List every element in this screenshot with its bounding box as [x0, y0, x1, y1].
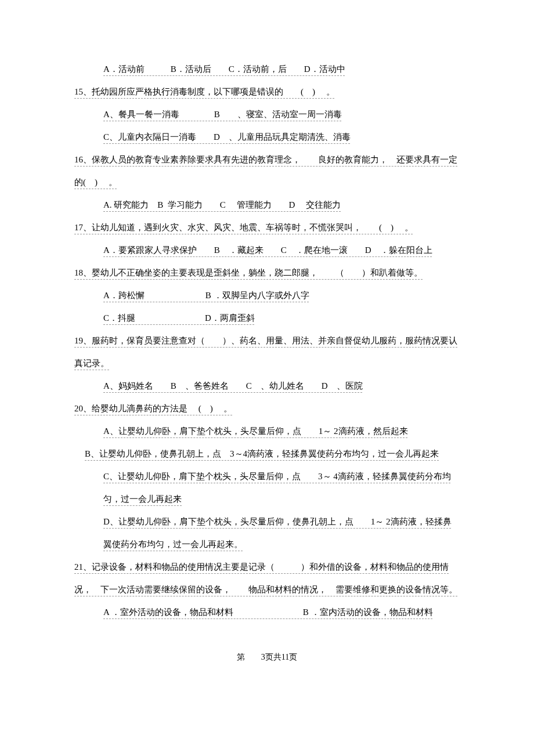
q20-text: 20、给婴幼儿滴鼻药的方法是 ( ) 。 [74, 397, 460, 420]
q18-option-row-1: A．跨松懈 B ．双脚呈内八字或外八字 [74, 284, 460, 307]
q16-options: A. 研究能力 B 学习能力 C 管理能力 D 交往能力 [74, 194, 460, 216]
q19-options: A、妈妈姓名 B 、爸爸姓名 C 、幼儿姓名 D 、医院 [74, 375, 460, 397]
q20-option-c: C、让婴幼儿仰卧，肩下垫个枕头，头尽量后仰，点 3～ 4滴药液，轻揉鼻翼使药分布… [74, 465, 460, 511]
q15-option-row-2: C、儿童内衣隔日一消毒 D 、儿童用品玩具定期清洗、消毒 [74, 126, 460, 149]
q20-option-a: A、让婴幼儿仰卧，肩下垫个枕头，头尽量后仰，点 1～ 2滴药液，然后起来 [74, 420, 460, 443]
q18-option-row-2: C．抖腿 D．两肩歪斜 [74, 307, 460, 330]
q18-text: 18、婴幼儿不正确坐姿的主要表现是歪斜坐，躺坐，跷二郎腿， （ ）和趴着做等。 [74, 262, 460, 284]
q17-options: A．要紧跟家人寻求保护 B ．藏起来 C ．爬在地一滚 D ．躲在阳台上 [74, 239, 460, 262]
document-page: A．活动前 B．活动后 C．活动前，后 D．活动中 15、托幼园所应严格执行消毒… [0, 0, 534, 691]
q14-options: A．活动前 B．活动后 C．活动前，后 D．活动中 [74, 58, 460, 81]
q16-text: 16、保教人员的教育专业素养除要求具有先进的教育理念， 良好的教育能力， 还要求… [74, 149, 460, 194]
page-footer: 第 3页共11页 [74, 647, 460, 668]
q20-option-b: B、让婴幼儿仰卧，使鼻孔朝上，点 3～4滴药液，轻揉鼻翼使药分布均匀，过一会儿再… [74, 443, 460, 465]
q19-text: 19、服药时，保育员要注意查对（ ）、药名、用量、用法、并亲自督促幼儿服药，服药… [74, 330, 460, 375]
q15-option-row-1: A、餐具一餐一消毒 B 、寝室、活动室一周一消毒 [74, 103, 460, 126]
q21-text: 21、记录设备，材料和物品的使用情况主要是记录（ ）和外借的设备，材料和物品的使… [74, 556, 460, 601]
q21-options: A ．室外活动的设备，物品和材料 B ．室内活动的设备，物品和材料 [74, 601, 460, 624]
q20-option-d: D、让婴幼儿仰卧，肩下垫个枕头，头尽量后仰，使鼻孔朝上，点 1～ 2滴药液，轻揉… [74, 511, 460, 556]
q17-text: 17、让幼儿知道，遇到火灾、水灾、风灾、地震、车祸等时，不慌张哭叫， ( ) 。 [74, 216, 460, 239]
q15-text: 15、托幼园所应严格执行消毒制度，以下哪项是错误的 ( ) 。 [74, 81, 460, 103]
